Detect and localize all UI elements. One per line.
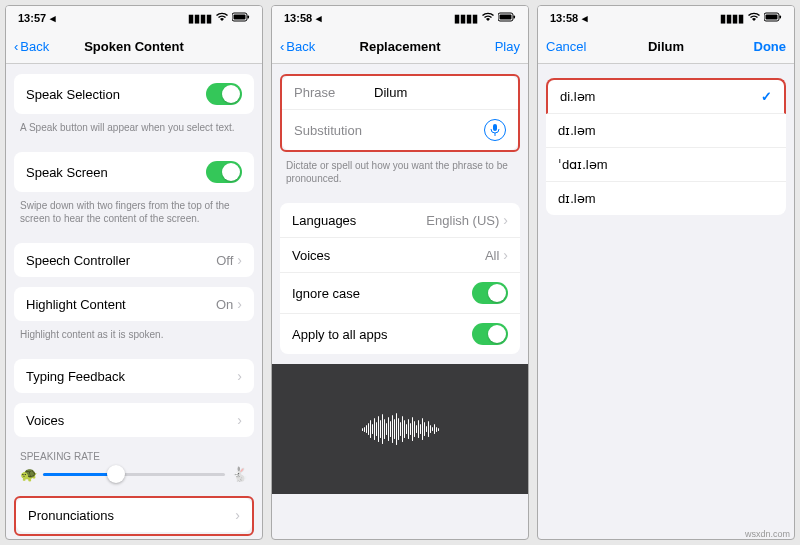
battery-icon: [498, 12, 516, 24]
chevron-right-icon: ›: [237, 412, 242, 428]
back-button[interactable]: ‹ Back: [280, 39, 330, 54]
wifi-icon: [216, 12, 228, 24]
phrase-value: Dilum: [374, 85, 407, 100]
typing-feedback-row[interactable]: Typing Feedback ›: [14, 359, 254, 393]
pronunciation-option[interactable]: ˈdɑɪ.ləm: [546, 148, 786, 182]
location-icon: ◂: [50, 12, 56, 25]
speech-controller-row[interactable]: Speech Controller Off›: [14, 243, 254, 277]
waveform-icon: [362, 413, 439, 445]
highlight-content-row[interactable]: Highlight Content On›: [14, 287, 254, 321]
status-time: 13:58: [550, 12, 578, 24]
wifi-icon: [482, 12, 494, 24]
back-button[interactable]: ‹ Back: [14, 39, 64, 54]
battery-icon: [232, 12, 250, 24]
chevron-right-icon: ›: [237, 296, 242, 312]
chevron-right-icon: ›: [237, 368, 242, 384]
option-label: di.ləm: [560, 89, 595, 104]
chevron-left-icon: ‹: [280, 39, 284, 54]
phrase-row[interactable]: Phrase Dilum: [282, 76, 518, 110]
picker-content: di.ləm✓dɪ.ləmˈdɑɪ.ləmdɪ.ləm: [538, 64, 794, 539]
speaking-rate-header: SPEAKING RATE: [6, 441, 262, 466]
speak-selection-row[interactable]: Speak Selection: [14, 74, 254, 114]
pronunciation-option[interactable]: dɪ.ləm: [546, 114, 786, 148]
speaking-rate-slider[interactable]: 🐢 🐇: [6, 466, 262, 492]
languages-row[interactable]: Languages English (US)›: [280, 203, 520, 238]
option-label: dɪ.ləm: [558, 123, 596, 138]
svg-rect-2: [248, 16, 250, 19]
ignore-case-row[interactable]: Ignore case: [280, 273, 520, 314]
watermark: wsxdn.com: [745, 529, 790, 539]
speak-selection-toggle[interactable]: [206, 83, 242, 105]
page-title: Spoken Content: [84, 39, 184, 54]
phone-screen-2: 13:58◂ ▮▮▮▮ ‹ Back Replacement Play Phra…: [271, 5, 529, 540]
settings-content: Speak Selection A Speak button will appe…: [6, 64, 262, 539]
nav-bar: ‹ Back Spoken Content: [6, 30, 262, 64]
chevron-right-icon: ›: [503, 247, 508, 263]
voices-row[interactable]: Voices All›: [280, 238, 520, 273]
option-label: dɪ.ləm: [558, 191, 596, 206]
waveform-area: [272, 364, 528, 494]
signal-icon: ▮▮▮▮: [188, 12, 212, 25]
chevron-left-icon: ‹: [14, 39, 18, 54]
chevron-right-icon: ›: [237, 252, 242, 268]
chevron-right-icon: ›: [235, 507, 240, 523]
pronunciation-option[interactable]: dɪ.ləm: [546, 182, 786, 215]
check-icon: ✓: [761, 89, 772, 104]
signal-icon: ▮▮▮▮: [454, 12, 478, 25]
speak-selection-hint: A Speak button will appear when you sele…: [6, 118, 262, 142]
status-time: 13:58: [284, 12, 312, 24]
status-bar: 13:58◂ ▮▮▮▮: [272, 6, 528, 30]
mic-button[interactable]: [484, 119, 506, 141]
speak-screen-hint: Swipe down with two fingers from the top…: [6, 196, 262, 233]
page-title: Replacement: [360, 39, 441, 54]
substitution-row[interactable]: Substitution: [282, 110, 518, 150]
status-icons: ▮▮▮▮: [454, 12, 516, 25]
speak-screen-toggle[interactable]: [206, 161, 242, 183]
speak-screen-row[interactable]: Speak Screen: [14, 152, 254, 192]
ignore-case-toggle[interactable]: [472, 282, 508, 304]
status-icons: ▮▮▮▮: [720, 12, 782, 25]
apply-all-toggle[interactable]: [472, 323, 508, 345]
highlight-content-hint: Highlight content as it is spoken.: [6, 325, 262, 349]
svg-rect-6: [493, 124, 497, 131]
pronunciation-option[interactable]: di.ləm✓: [546, 78, 786, 114]
status-icons: ▮▮▮▮: [188, 12, 250, 25]
cancel-button[interactable]: Cancel: [546, 39, 596, 54]
svg-rect-5: [514, 16, 516, 19]
phone-screen-3: 13:58◂ ▮▮▮▮ Cancel Dilum Done di.ləm✓dɪ.…: [537, 5, 795, 540]
tortoise-icon: 🐢: [20, 466, 37, 482]
phone-screen-1: 13:57◂ ▮▮▮▮ ‹ Back Spoken Content Speak …: [5, 5, 263, 540]
signal-icon: ▮▮▮▮: [720, 12, 744, 25]
play-button[interactable]: Play: [470, 39, 520, 54]
status-time: 13:57: [18, 12, 46, 24]
svg-rect-9: [780, 16, 782, 19]
svg-rect-4: [500, 15, 512, 20]
page-title: Dilum: [648, 39, 684, 54]
battery-icon: [764, 12, 782, 24]
slider-thumb[interactable]: [107, 465, 125, 483]
nav-bar: ‹ Back Replacement Play: [272, 30, 528, 64]
location-icon: ◂: [582, 12, 588, 25]
nav-bar: Cancel Dilum Done: [538, 30, 794, 64]
done-button[interactable]: Done: [736, 39, 786, 54]
status-bar: 13:58◂ ▮▮▮▮: [538, 6, 794, 30]
substitution-hint: Dictate or spell out how you want the ph…: [272, 156, 528, 193]
wifi-icon: [748, 12, 760, 24]
apply-all-row[interactable]: Apply to all apps: [280, 314, 520, 354]
voices-row[interactable]: Voices ›: [14, 403, 254, 437]
pronunciations-row[interactable]: Pronunciations ›: [16, 498, 252, 532]
rabbit-icon: 🐇: [231, 466, 248, 482]
chevron-right-icon: ›: [503, 212, 508, 228]
svg-rect-1: [234, 15, 246, 20]
slider-track[interactable]: [43, 473, 225, 476]
status-bar: 13:57◂ ▮▮▮▮: [6, 6, 262, 30]
svg-rect-8: [766, 15, 778, 20]
option-label: ˈdɑɪ.ləm: [558, 157, 608, 172]
location-icon: ◂: [316, 12, 322, 25]
replacement-content: Phrase Dilum Substitution Dictate or spe…: [272, 64, 528, 539]
